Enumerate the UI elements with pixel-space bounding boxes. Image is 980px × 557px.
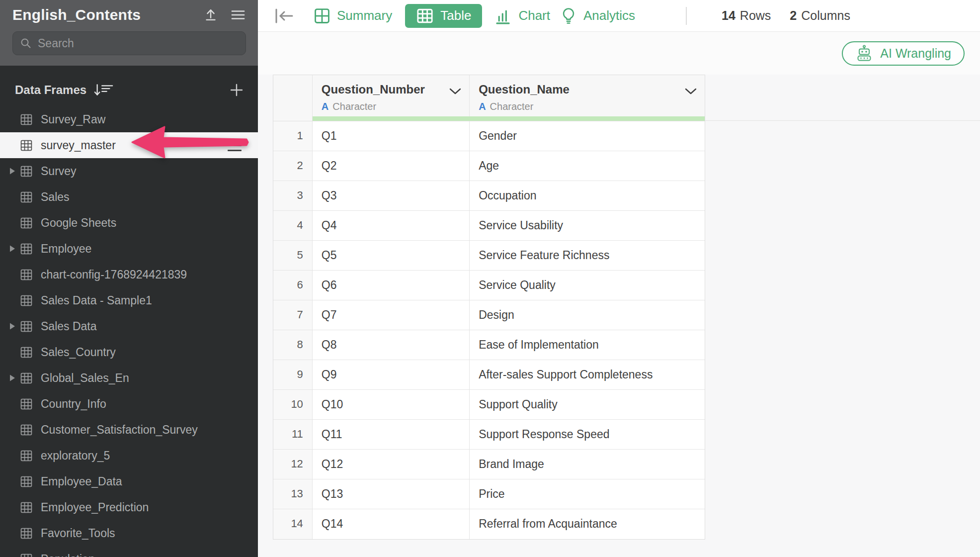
dataframe-grid-icon: [20, 527, 33, 540]
table-row[interactable]: 8 Q8 Ease of Implementation: [273, 330, 705, 360]
caret-right-icon[interactable]: [10, 168, 16, 175]
lightbulb-icon: [560, 7, 577, 25]
question-name-cell[interactable]: Age: [470, 151, 705, 181]
sidebar-dataframe-item[interactable]: Survey_Raw: [0, 106, 258, 132]
table-row[interactable]: 13 Q13 Price: [273, 479, 705, 509]
table-row[interactable]: 3 Q3 Occupation: [273, 181, 705, 211]
question-name-cell[interactable]: After-sales Support Completeness: [470, 360, 705, 389]
question-number-cell[interactable]: Q14: [313, 509, 470, 539]
dataframe-label: Favorite_Tools: [41, 527, 115, 540]
question-name-cell[interactable]: Price: [470, 479, 705, 509]
question-number-cell[interactable]: Q11: [313, 420, 470, 449]
row-number-cell: 10: [273, 390, 313, 419]
table-row[interactable]: 5 Q5 Service Feature Richness: [273, 241, 705, 271]
row-number-cell: 8: [273, 330, 313, 360]
sidebar-dataframe-item[interactable]: Survey: [0, 158, 258, 184]
sidebar-dataframe-item[interactable]: exploratory_5: [0, 443, 258, 468]
sidebar-dataframe-item[interactable]: Favorite_Tools: [0, 520, 258, 546]
tab-chart-label: Chart: [518, 8, 550, 23]
table-row[interactable]: 12 Q12 Brand Image: [273, 450, 705, 479]
question-name-cell[interactable]: Service Feature Richness: [470, 241, 705, 270]
sort-descending-icon[interactable]: [93, 83, 114, 97]
search-box[interactable]: [12, 31, 246, 55]
table-row[interactable]: 6 Q6 Service Quality: [273, 271, 705, 300]
question-name-cell[interactable]: Brand Image: [470, 450, 705, 479]
tab-summary[interactable]: Summary: [313, 4, 393, 28]
dataframe-label: chart-config-1768924421839: [41, 268, 187, 281]
dataframe-grid-icon: [20, 450, 33, 462]
question-name-cell[interactable]: Ease of Implementation: [470, 330, 705, 360]
question-number-cell[interactable]: Q9: [313, 360, 470, 389]
question-name-cell[interactable]: Service Quality: [470, 271, 705, 300]
caret-right-icon[interactable]: [10, 374, 16, 381]
sidebar-dataframe-item[interactable]: Population: [0, 546, 258, 557]
sidebar-dataframe-item[interactable]: Country_Info: [0, 391, 258, 417]
dataframe-label: Sales Data - Sample1: [41, 294, 152, 307]
question-name-cell[interactable]: Occupation: [470, 181, 705, 210]
question-name-cell[interactable]: Service Usability: [470, 211, 705, 240]
question-name-cell[interactable]: Design: [470, 300, 705, 330]
question-name-cell[interactable]: Referral from Acquaintance: [470, 509, 705, 539]
dataframe-label: Survey_Raw: [41, 113, 105, 126]
plus-icon[interactable]: [229, 83, 244, 97]
dataframe-label: Employee_Data: [41, 475, 122, 488]
tab-chart[interactable]: Chart: [493, 4, 551, 28]
question-number-cell[interactable]: Q12: [313, 450, 470, 479]
tab-table[interactable]: Table: [405, 4, 482, 28]
table-row[interactable]: 1 Q1 Gender: [273, 121, 705, 151]
sidebar-dataframe-item[interactable]: Employee_Prediction: [0, 494, 258, 520]
table-row[interactable]: 11 Q11 Support Response Speed: [273, 420, 705, 450]
character-type-icon: A: [322, 101, 328, 112]
question-name-cell[interactable]: Gender: [470, 121, 705, 151]
chevron-down-icon[interactable]: [449, 88, 461, 95]
sidebar-dataframe-item[interactable]: Employee: [0, 236, 258, 262]
column-name: Question_Number: [322, 83, 469, 96]
question-number-cell[interactable]: Q7: [313, 300, 470, 330]
search-input[interactable]: [38, 37, 239, 50]
table-row[interactable]: 7 Q7 Design: [273, 300, 705, 330]
question-number-cell[interactable]: Q6: [313, 271, 470, 300]
question-number-cell[interactable]: Q13: [313, 479, 470, 509]
sidebar-dataframe-item[interactable]: Sales_Country: [0, 339, 258, 365]
table-row[interactable]: 14 Q14 Referral from Acquaintance: [273, 509, 705, 539]
menu-icon[interactable]: [230, 8, 246, 22]
sidebar-dataframe-item[interactable]: Google Sheets: [0, 210, 258, 236]
sidebar-dataframe-item[interactable]: Sales: [0, 184, 258, 210]
sidebar-dataframe-item[interactable]: Global_Sales_En: [0, 365, 258, 391]
row-number-cell: 12: [273, 450, 313, 479]
table-row[interactable]: 2 Q2 Age: [273, 151, 705, 181]
sidebar-dataframe-item[interactable]: Employee_Data: [0, 468, 258, 494]
chevron-down-icon[interactable]: [685, 88, 697, 95]
sidebar-dataframe-item[interactable]: chart-config-1768924421839: [0, 262, 258, 287]
caret-right-icon[interactable]: [10, 245, 16, 252]
table-row[interactable]: 4 Q4 Service Usability: [273, 211, 705, 241]
sidebar-dataframe-item[interactable]: Customer_Satisfaction_Survey: [0, 417, 258, 443]
sidebar-dataframe-item[interactable]: survey_master: [0, 132, 258, 158]
caret-right-icon[interactable]: [10, 323, 16, 330]
upload-icon[interactable]: [203, 7, 218, 22]
tab-analytics-label: Analytics: [583, 8, 635, 23]
question-number-cell[interactable]: Q8: [313, 330, 470, 360]
question-name-cell[interactable]: Support Response Speed: [470, 420, 705, 449]
dataframe-menu-icon[interactable]: [228, 139, 242, 152]
sidebar-dataframe-item[interactable]: Sales Data - Sample1: [0, 287, 258, 313]
collapse-left-icon[interactable]: [274, 7, 296, 24]
question-number-cell[interactable]: Q10: [313, 390, 470, 419]
column-header-question-name[interactable]: Question_Name A Character: [470, 75, 705, 121]
main-panel: Summary Table Chart: [258, 0, 980, 557]
sidebar-dataframe-item[interactable]: Sales Data: [0, 313, 258, 339]
question-name-cell[interactable]: Support Quality: [470, 390, 705, 419]
question-number-cell[interactable]: Q3: [313, 181, 470, 210]
question-number-cell[interactable]: Q5: [313, 241, 470, 270]
row-number-cell: 2: [273, 151, 313, 181]
question-number-cell[interactable]: Q2: [313, 151, 470, 181]
table-row[interactable]: 9 Q9 After-sales Support Completeness: [273, 360, 705, 390]
question-number-cell[interactable]: Q4: [313, 211, 470, 240]
question-number-cell[interactable]: Q1: [313, 121, 470, 151]
table-row[interactable]: 10 Q10 Support Quality: [273, 390, 705, 420]
dataframe-label: Sales_Country: [41, 346, 116, 359]
dataframe-grid-icon: [20, 113, 33, 126]
tab-analytics[interactable]: Analytics: [559, 4, 636, 28]
ai-wrangling-button[interactable]: AI Wrangling: [842, 41, 965, 66]
column-header-question-number[interactable]: Question_Number A Character: [313, 75, 470, 121]
